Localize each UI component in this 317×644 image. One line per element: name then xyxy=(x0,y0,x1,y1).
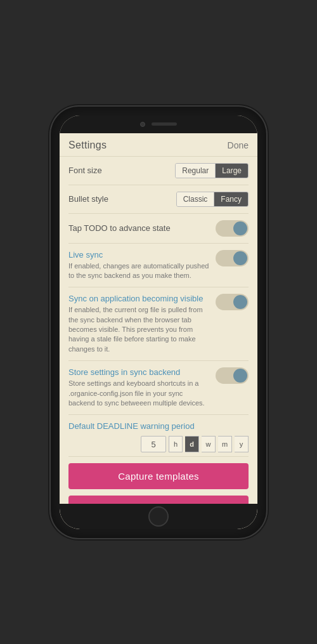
live-sync-desc: If enabled, changes are automatically pu… xyxy=(68,261,210,281)
bullet-style-classic-btn[interactable]: Classic xyxy=(177,192,214,206)
store-settings-toggle-container xyxy=(216,367,249,384)
font-size-regular-btn[interactable]: Regular xyxy=(176,164,215,178)
store-settings-title: Store settings in sync backend xyxy=(68,367,210,377)
bullet-style-segmented: Classic Fancy xyxy=(176,192,249,207)
deadline-section: Default DEADLINE warning period h d w m … xyxy=(68,415,249,457)
store-settings-label-group: Store settings in sync backend Store set… xyxy=(68,367,210,408)
bullet-style-label: Bullet style xyxy=(68,194,108,204)
tap-todo-toggle-knob xyxy=(233,221,247,235)
live-sync-title: Live sync xyxy=(68,250,210,260)
bullet-style-fancy-btn[interactable]: Fancy xyxy=(214,192,248,206)
phone-notch xyxy=(60,115,257,133)
keyboard-shortcuts-button[interactable]: Keyboard shortcuts xyxy=(68,496,249,503)
period-h-btn[interactable]: h xyxy=(169,436,183,452)
phone-screen: Settings Done Font size Regular Large Bu… xyxy=(60,115,257,529)
bullet-style-row: Bullet style Classic Fancy xyxy=(68,185,249,214)
camera xyxy=(140,122,145,127)
phone-bottom xyxy=(60,504,257,529)
sync-visible-row: Sync on application becoming visible If … xyxy=(68,287,249,361)
tap-todo-label: Tap TODO to advance state xyxy=(68,223,171,233)
live-sync-toggle-knob xyxy=(233,251,247,265)
period-y-btn[interactable]: y xyxy=(235,436,249,452)
font-size-label: Font size xyxy=(68,166,102,175)
store-settings-row: Store settings in sync backend Store set… xyxy=(68,361,249,415)
font-size-row: Font size Regular Large xyxy=(68,157,249,185)
deadline-label: Default DEADLINE warning period xyxy=(68,421,249,431)
home-button[interactable] xyxy=(148,506,169,527)
sync-visible-toggle[interactable] xyxy=(216,294,249,310)
deadline-value-input[interactable] xyxy=(141,436,166,452)
live-sync-toggle[interactable] xyxy=(216,250,249,266)
deadline-controls: h d w m y xyxy=(68,436,249,452)
sync-visible-title: Sync on application becoming visible xyxy=(68,294,210,303)
sync-visible-toggle-container xyxy=(216,294,249,310)
live-sync-row: Live sync If enabled, changes are automa… xyxy=(68,244,249,288)
speaker xyxy=(152,122,177,126)
store-settings-toggle-knob xyxy=(233,369,247,383)
page-title: Settings xyxy=(68,140,107,151)
period-d-btn[interactable]: d xyxy=(185,436,199,452)
phone-frame: Settings Done Font size Regular Large Bu… xyxy=(51,107,266,538)
sync-visible-label-group: Sync on application becoming visible If … xyxy=(68,294,210,354)
tap-todo-row: Tap TODO to advance state xyxy=(68,214,249,244)
sync-visible-toggle-knob xyxy=(233,295,247,309)
settings-header: Settings Done xyxy=(60,133,257,157)
live-sync-toggle-container xyxy=(216,250,249,266)
settings-content-area: Settings Done Font size Regular Large Bu… xyxy=(60,133,257,504)
settings-list: Font size Regular Large Bullet style Cla… xyxy=(60,157,257,457)
store-settings-toggle[interactable] xyxy=(216,367,249,384)
font-size-large-btn[interactable]: Large xyxy=(215,164,248,178)
capture-templates-button[interactable]: Capture templates xyxy=(68,463,249,489)
store-settings-desc: Store settings and keyboard shortcuts in… xyxy=(68,379,210,408)
tap-todo-toggle[interactable] xyxy=(216,220,249,237)
sync-visible-desc: If enabled, the current org file is pull… xyxy=(68,305,210,354)
period-w-btn[interactable]: w xyxy=(202,436,216,452)
done-button[interactable]: Done xyxy=(228,140,249,150)
tap-todo-toggle-container xyxy=(216,220,249,237)
period-m-btn[interactable]: m xyxy=(218,436,232,452)
font-size-segmented: Regular Large xyxy=(175,163,249,178)
live-sync-label-group: Live sync If enabled, changes are automa… xyxy=(68,250,210,281)
